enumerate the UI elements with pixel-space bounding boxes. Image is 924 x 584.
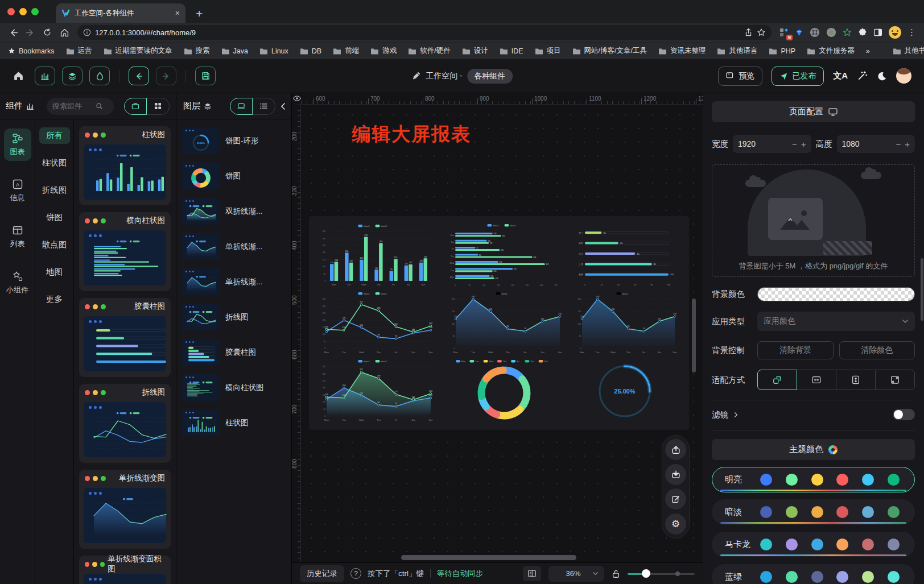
width-minus-button[interactable]: − xyxy=(792,139,797,149)
ring-progress-chart[interactable]: 25.00% xyxy=(582,358,667,422)
app-type-select[interactable]: 应用颜色 xyxy=(757,312,915,331)
edit-icon[interactable] xyxy=(665,488,686,510)
bookmark-folder[interactable]: 其他语言 xyxy=(717,46,757,56)
bookmark-folder[interactable]: 近期需要读的文章 xyxy=(104,46,172,56)
component-card[interactable]: 胶囊柱图 xyxy=(79,298,171,377)
theme-droplet-button[interactable] xyxy=(89,67,110,85)
bookmarks-root[interactable]: Bookmarks xyxy=(8,47,55,55)
grid-view-toggle[interactable] xyxy=(147,98,170,115)
height-minus-button[interactable]: − xyxy=(896,139,901,149)
puzzle-extensions-icon[interactable] xyxy=(858,28,867,37)
browser-menu-icon[interactable]: ⋮ xyxy=(908,27,916,38)
window-controls[interactable] xyxy=(0,0,47,23)
briefcase-view-toggle[interactable] xyxy=(124,98,147,115)
category-item[interactable]: 柱状图 xyxy=(39,155,70,171)
search-input[interactable] xyxy=(52,102,92,110)
undo-button[interactable] xyxy=(129,67,149,85)
gem-extension-icon[interactable] xyxy=(795,28,803,37)
settings-gear-icon[interactable]: ⚙ xyxy=(665,513,686,535)
export-icon[interactable] xyxy=(665,439,686,460)
dashboard-panel[interactable]: 1202001508070110130136130312268155117160… xyxy=(309,216,689,430)
category-item[interactable]: 散点图 xyxy=(39,237,70,253)
capsule-bar-chart[interactable]: 厦门20南阳40北京60上海80新疆100020406080100 xyxy=(572,223,678,287)
layers-panel-toggle-button[interactable] xyxy=(62,67,82,85)
theme-row[interactable]: 明亮 xyxy=(712,467,915,492)
user-avatar[interactable] xyxy=(896,68,911,84)
layer-item[interactable]: 饼图 xyxy=(182,163,286,189)
theme-row[interactable]: 蓝绿 xyxy=(712,564,915,584)
fit-height-button[interactable] xyxy=(836,370,876,390)
bookmark-folder[interactable]: 文件服务器 xyxy=(807,46,855,56)
lock-icon[interactable] xyxy=(612,569,620,578)
edit-title-icon[interactable] xyxy=(411,71,421,81)
screen-title-text[interactable]: 编辑大屏报表 xyxy=(352,122,471,147)
bookmark-folder[interactable]: DB xyxy=(300,46,321,56)
clear-color-button[interactable]: 清除颜色 xyxy=(839,341,915,359)
horizontal-bar-chart[interactable]: 130160Sun110117Sat70155Fri80268Thu150312… xyxy=(446,223,563,287)
vertical-scrollbar[interactable] xyxy=(692,299,696,372)
category-item[interactable]: 地图 xyxy=(39,264,70,280)
gradient-area-line-chart[interactable]: 1202001508070110130MonTueWedThuFriSatSun… xyxy=(572,291,678,354)
tab-manager-extension-icon[interactable]: 9 xyxy=(779,28,789,37)
back-icon[interactable] xyxy=(6,25,20,40)
bookmark-folder[interactable]: 运营 xyxy=(66,46,92,56)
bookmark-folder[interactable]: 搜索 xyxy=(184,46,210,56)
panel-scrollbar[interactable] xyxy=(921,258,923,321)
collapse-panel-icon[interactable] xyxy=(280,103,287,110)
category-item[interactable]: 折线图 xyxy=(39,182,70,198)
reload-icon[interactable] xyxy=(40,25,55,40)
slider-knob[interactable] xyxy=(642,569,650,578)
component-card[interactable]: 柱状图 xyxy=(79,126,171,205)
site-info-icon[interactable] xyxy=(83,28,91,36)
category-item[interactable]: 更多 xyxy=(39,291,70,308)
double-area-line-chart[interactable]: 1202001508070110130136130312268155117160… xyxy=(317,358,434,422)
filter-toggle[interactable] xyxy=(893,409,915,420)
url-bar[interactable]: 127.0.0.1:3000/#/chart/home/9 xyxy=(77,25,772,40)
help-icon[interactable]: ? xyxy=(350,568,361,579)
bookmark-folder[interactable]: 前端 xyxy=(333,46,359,56)
visibility-eye-icon[interactable] xyxy=(292,94,302,103)
bookmark-folder[interactable]: 游戏 xyxy=(370,46,397,56)
zoom-slider[interactable] xyxy=(628,569,695,578)
layer-item[interactable]: 单折线渐... xyxy=(182,233,286,260)
dark-mode-moon-icon[interactable] xyxy=(877,71,887,81)
component-card[interactable]: 单折线渐变图 xyxy=(79,470,171,549)
minimize-window-button[interactable] xyxy=(19,8,27,15)
width-input[interactable]: 1920 − + xyxy=(733,135,811,153)
command-extension-icon[interactable] xyxy=(810,27,820,38)
circle-extension-icon[interactable] xyxy=(826,27,836,38)
category-item[interactable]: 饼图 xyxy=(39,209,70,226)
layers-thumbnail-toggle[interactable] xyxy=(230,98,253,115)
theme-row[interactable]: 马卡龙 xyxy=(712,532,915,557)
bookmark-folder[interactable]: 设计 xyxy=(462,46,488,56)
layer-item[interactable]: 折线图 xyxy=(182,304,286,330)
close-window-button[interactable] xyxy=(7,8,15,15)
import-icon[interactable] xyxy=(665,464,686,485)
shortcut-doc-icon[interactable] xyxy=(523,566,541,581)
component-card[interactable]: 单折线渐变面积图 xyxy=(79,556,171,584)
language-icon[interactable]: 文A xyxy=(833,71,848,81)
browser-profile-avatar[interactable] xyxy=(889,26,901,39)
bookmark-folder[interactable]: Java xyxy=(221,46,248,56)
other-bookmarks[interactable]: 其他书签 xyxy=(893,46,924,56)
save-button[interactable] xyxy=(195,67,216,85)
maximize-window-button[interactable] xyxy=(31,8,39,15)
sidebar-item-charts[interactable]: 图表 xyxy=(4,129,31,161)
bookmark-folder[interactable]: 网站/博客/文章/工具 xyxy=(572,46,647,56)
bookmark-folder[interactable]: 资讯未整理 xyxy=(658,46,706,56)
preview-button[interactable]: 预览 xyxy=(718,67,762,86)
home-icon[interactable] xyxy=(57,25,72,40)
url-text[interactable]: 127.0.0.1:3000/#/chart/home/9 xyxy=(95,28,740,37)
tab-close-icon[interactable]: × xyxy=(175,9,180,18)
fit-width-button[interactable] xyxy=(797,370,836,390)
component-card[interactable]: 折线图 xyxy=(79,384,171,463)
background-upload-dropzone[interactable]: 背景图需小于 5M ，格式为 png/jpg/gif 的文件 xyxy=(712,164,915,277)
redo-button[interactable] xyxy=(156,67,176,85)
forward-icon[interactable] xyxy=(23,25,38,40)
category-item[interactable]: 所有 xyxy=(39,127,70,144)
bookmark-folder[interactable]: PHP xyxy=(769,46,795,56)
component-search[interactable] xyxy=(47,98,114,115)
new-tab-button[interactable]: + xyxy=(196,7,203,20)
layer-item[interactable]: 双折线渐... xyxy=(182,198,286,225)
bookmark-folder[interactable]: 项目 xyxy=(535,46,561,56)
